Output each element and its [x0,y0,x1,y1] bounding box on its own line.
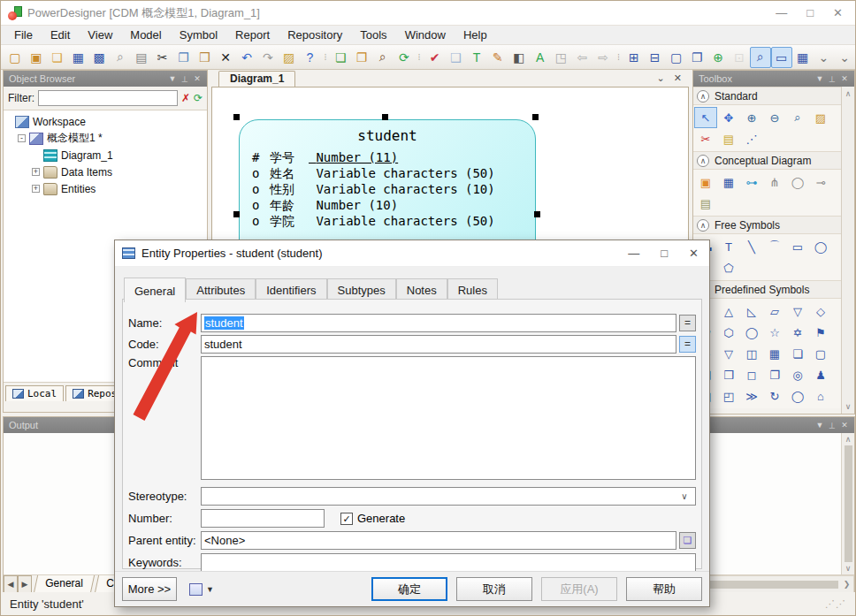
selection-handle[interactable] [233,211,240,217]
collapse-icon[interactable]: ∧ [697,155,709,167]
toolbox-tool[interactable]: ⊶ [740,171,763,193]
keywords-field[interactable] [201,553,696,572]
tree-item[interactable]: - 概念模型1 * [4,130,207,147]
dialog-tab[interactable]: General [124,278,186,302]
collapse-icon[interactable]: ∧ [697,90,709,103]
code-field[interactable]: student [201,335,676,354]
tree-item[interactable]: + Entities [4,180,207,197]
close-icon[interactable]: ✕ [191,74,203,83]
toolbar-button[interactable]: ⊟ [645,47,666,68]
toolbar-button[interactable]: ? [300,47,321,68]
tab-scroll-right-icon[interactable]: ▶ [18,575,32,593]
toolbar-button[interactable]: ❐ [351,47,372,68]
toolbox-tool[interactable]: ⊖ [763,107,786,128]
dialog-maximize-button[interactable]: □ [661,247,668,260]
menu-item[interactable]: Edit [42,27,78,43]
menu-item[interactable]: Window [397,27,454,43]
toolbox-section-conceptual[interactable]: ∧ Conceptual Diagram [693,151,841,170]
selection-handle[interactable] [233,114,240,120]
menu-item[interactable]: File [6,27,41,43]
toolbox-tool[interactable]: ▦ [717,171,740,193]
toolbox-tool[interactable]: ▤ [694,193,717,214]
toolbar-button[interactable]: ◳ [551,47,572,68]
number-field[interactable] [201,509,325,528]
code-equals-button[interactable]: = [679,336,696,353]
toolbar-button[interactable]: ▢ [666,47,687,68]
toolbar-button[interactable]: ⟳ [394,47,415,68]
toolbox-tool[interactable]: ◇ [809,300,832,322]
toolbox-tool[interactable]: ▨ [809,107,832,128]
toolbox-scrollbar[interactable]: ∧∨ [841,87,854,414]
stereotype-combobox[interactable]: ∨ [201,487,696,506]
tree-item[interactable]: Diagram_1 [4,147,207,164]
toolbox-tool[interactable]: ◎ [786,364,809,385]
toolbox-tool[interactable]: ⋔ [763,171,786,193]
chevron-down-icon[interactable]: ▼ [206,585,214,594]
toolbar-button[interactable]: ✎ [487,47,508,68]
toolbar-button[interactable]: ↶ [236,47,257,68]
toolbar-button[interactable]: ▢ [4,47,26,68]
window-list-icon[interactable]: ⌄ [657,72,665,84]
resize-grip[interactable]: ⋰⋰ [825,598,846,610]
minimize-button[interactable]: — [776,6,787,19]
toolbox-tool[interactable]: ✥ [717,107,740,128]
toolbar-button[interactable]: ⁞ [614,47,623,68]
toolbox-section-free-symbols[interactable]: ∧ Free Symbols [693,216,841,234]
toolbox-tool[interactable]: ⬡ [717,322,740,343]
toolbar-button[interactable]: ⇨ [592,47,614,68]
help-button[interactable]: 帮助 [626,577,702,601]
toolbox-tool[interactable]: ◯ [740,322,763,343]
menu-item[interactable]: View [80,27,120,43]
toolbar-button[interactable]: ❏ [330,47,351,68]
toolbar-button[interactable]: ⁞ [320,47,330,68]
toolbar-button[interactable]: ▨ [279,47,300,68]
toolbox-tool[interactable]: ❏ [786,343,809,364]
dialog-titlebar[interactable]: Entity Properties - student (student) — … [115,240,709,267]
toolbox-section-standard[interactable]: ∧ Standard [693,87,841,105]
toolbox-tool[interactable]: ✡ [786,322,809,343]
close-document-icon[interactable]: ✕ [674,72,682,84]
toolbox-tool[interactable]: ⌒ [763,236,786,257]
tree-expander-icon[interactable]: + [32,185,40,193]
toolbox-tool[interactable]: ▢ [809,343,832,364]
toolbar-button[interactable]: ⊡ [729,47,750,68]
toolbox-tool[interactable]: ❐ [763,364,786,385]
name-equals-button[interactable]: = [679,315,696,331]
more-button[interactable]: More >> [122,577,177,601]
menu-item[interactable]: Model [122,27,169,43]
panel-menu-icon[interactable]: ▼ [166,74,179,83]
panel-menu-icon[interactable]: ▼ [814,74,826,83]
toolbox-tool[interactable]: ◯ [809,236,832,257]
toolbox-tool[interactable]: ◫ [740,343,763,364]
toolbox-tool[interactable]: △ [717,300,740,322]
toolbox-tool[interactable]: ⌂ [809,385,832,407]
toolbar-button[interactable]: ▩ [88,47,110,68]
tab-scroll-left-icon[interactable]: ◀ [4,575,18,593]
tree-expander-icon[interactable]: + [32,168,40,176]
output-tab[interactable]: General [34,575,95,593]
close-button[interactable]: ✕ [833,6,843,19]
clear-filter-icon[interactable]: ✗ [181,92,190,104]
refresh-icon[interactable]: ⟳ [194,92,203,104]
toolbar-button[interactable]: ✔ [424,47,446,68]
pin-icon[interactable]: ⊤ [179,74,191,83]
generate-checkbox[interactable]: ✓ [340,513,353,525]
filter-input[interactable] [38,90,178,106]
object-browser-tab[interactable]: Local [5,385,64,401]
toolbox-tool[interactable]: ❒ [717,364,740,385]
toolbox-tool[interactable]: ▣ [694,171,717,193]
toolbar-button[interactable]: ⌕ [110,47,131,68]
toolbox-tool[interactable]: ▽ [717,343,740,364]
toolbar-button[interactable]: ◧ [508,47,530,68]
toolbar-button[interactable]: A [530,47,551,68]
toolbox-tool[interactable]: ╲ [740,236,763,257]
output-vertical-scrollbar[interactable]: ∧∨ [841,433,854,574]
toolbox-tool[interactable]: ⬠ [717,257,740,278]
parent-entity-field[interactable]: <None> [201,531,676,550]
toolbox-tool[interactable]: ⊸ [809,171,832,193]
toolbar-button[interactable]: ✂ [152,47,173,68]
close-icon[interactable]: ✕ [838,421,851,430]
toolbox-tool[interactable]: ▦ [763,343,786,364]
toolbar-button[interactable]: ⌄ [813,47,834,68]
toolbox-tool[interactable]: ▭ [786,236,809,257]
